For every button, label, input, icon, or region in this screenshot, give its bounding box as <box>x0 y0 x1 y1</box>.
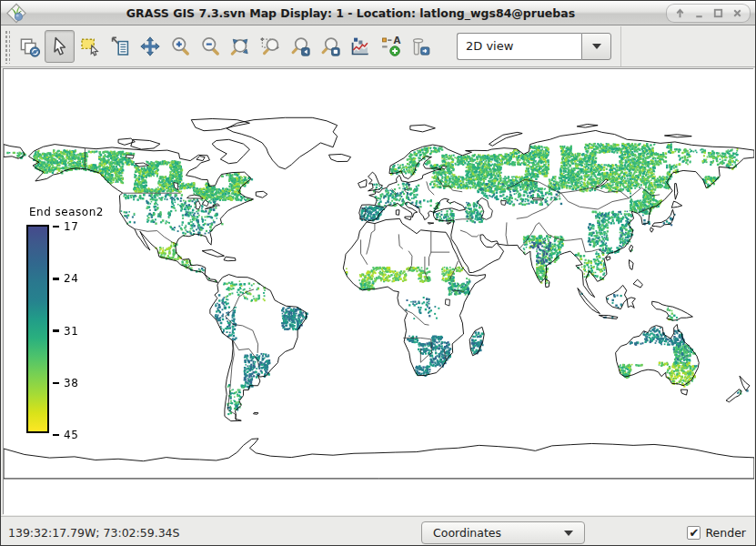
legend-tick-label: 31 <box>64 325 78 338</box>
chevron-down-icon <box>564 531 573 536</box>
map-canvas[interactable] <box>4 69 754 515</box>
legend-title: End season2 <box>29 206 104 218</box>
minimize-icon[interactable] <box>690 5 708 22</box>
zoom-region-icon[interactable] <box>255 30 285 63</box>
render-checkbox[interactable]: ✔ <box>687 526 701 540</box>
statusbar-mode-selector[interactable]: Coordinates <box>421 521 585 544</box>
view-mode-selector[interactable]: 2D view <box>457 33 611 60</box>
add-overlay-icon[interactable]: A <box>375 30 405 63</box>
toolbar-separator <box>620 26 621 66</box>
zoom-extent-icon[interactable] <box>225 30 255 63</box>
window-controls <box>666 4 751 23</box>
pan-icon[interactable] <box>135 30 165 63</box>
legend-tick-label: 38 <box>64 377 78 389</box>
zoom-in-icon[interactable] <box>165 30 195 63</box>
toolbar-gripper[interactable] <box>4 29 10 64</box>
titlebar[interactable]: GRASS GIS 7.3.svn Map Display: 1 - Locat… <box>1 1 755 25</box>
view-mode-value[interactable]: 2D view <box>457 33 581 60</box>
map-toolbar: A 2D view <box>1 25 755 67</box>
zoom-last-icon[interactable] <box>285 30 315 63</box>
svg-text:A: A <box>393 35 400 46</box>
render-option: ✔ Render <box>687 517 746 546</box>
statusbar: 139:32:17.79W; 73:02:59.34S Coordinates … <box>1 516 755 546</box>
zoom-out-icon[interactable] <box>195 30 225 63</box>
save-display-icon[interactable] <box>405 30 435 63</box>
statusbar-mode-value: Coordinates <box>433 526 501 540</box>
legend-ticks: 17 24 31 38 45 <box>53 227 89 435</box>
analyze-map-icon[interactable] <box>345 30 375 63</box>
maximize-icon[interactable] <box>709 5 727 22</box>
chevron-down-icon <box>592 44 601 49</box>
grass-gis-logo-icon <box>5 3 27 24</box>
pointer-icon[interactable] <box>45 30 75 63</box>
window-title: GRASS GIS 7.3.svn Map Display: 1 - Locat… <box>1 6 755 20</box>
zoom-saved-icon[interactable] <box>315 30 345 63</box>
grass-map-display-window: GRASS GIS 7.3.svn Map Display: 1 - Locat… <box>0 0 756 546</box>
query-icon[interactable] <box>105 30 135 63</box>
map-legend[interactable]: End season2 17 24 31 38 45 <box>24 206 104 433</box>
coordinate-readout: 139:32:17.79W; 73:02:59.34S <box>8 517 179 546</box>
legend-tick-label: 45 <box>64 429 78 441</box>
map-display-area: End season2 17 24 31 38 45 <box>3 68 753 514</box>
select-icon[interactable] <box>75 30 105 63</box>
show-display-icon[interactable] <box>15 30 45 63</box>
shade-icon[interactable] <box>670 5 689 22</box>
render-checkbox-label: Render <box>705 526 746 540</box>
close-icon[interactable] <box>728 5 746 22</box>
legend-tick-label: 24 <box>64 272 78 285</box>
legend-tick-label: 17 <box>64 220 78 233</box>
legend-colorbar <box>26 225 49 433</box>
view-mode-dropdown-button[interactable] <box>581 33 611 60</box>
